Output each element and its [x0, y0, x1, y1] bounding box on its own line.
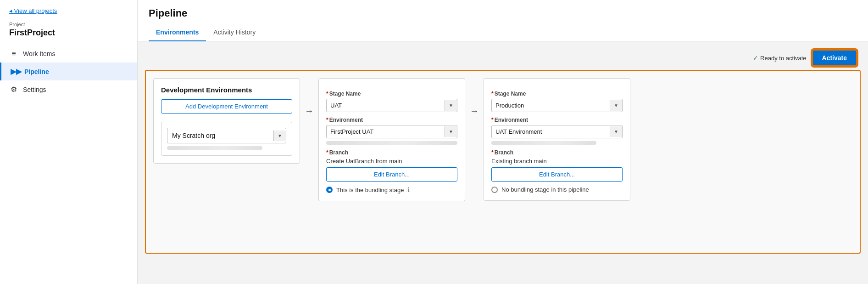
prod-branch-label: *Branch [491, 149, 623, 156]
pipeline-icon: ▶▶ [11, 67, 20, 76]
project-label: Project [0, 18, 137, 28]
sidebar-item-label-settings: Settings [23, 86, 46, 93]
page-title: Pipeline [149, 7, 857, 19]
scratch-org-card: My Scratch org ▼ [161, 122, 292, 156]
uat-env-arrow[interactable]: ▼ [445, 126, 457, 137]
prod-stage-name-value: Production [492, 99, 610, 112]
sidebar-item-settings[interactable]: ⚙ Settings [0, 80, 137, 98]
uat-env-label: *Environment [326, 117, 457, 123]
add-dev-env-button[interactable]: Add Development Environment [161, 99, 292, 114]
prod-branch-text: Existing branch main [491, 158, 623, 165]
scratch-org-blurred-bar [167, 146, 262, 150]
ready-status: ✓ Ready to activate [753, 54, 806, 62]
pipeline-canvas: Development Environments Add Development… [145, 70, 861, 254]
uat-branch-label: *Branch [326, 149, 457, 156]
uat-stage-name-dropdown[interactable]: UAT ▼ [326, 99, 457, 112]
scratch-org-dropdown[interactable]: My Scratch org ▼ [167, 128, 286, 143]
uat-branch-text: Create UatBranch from main [326, 158, 457, 165]
uat-env-blurred-bar [326, 141, 457, 145]
uat-stage-name-value: UAT [327, 99, 445, 112]
tab-activity-history[interactable]: Activity History [206, 25, 263, 41]
settings-icon: ⚙ [9, 85, 18, 94]
prod-env-arrow[interactable]: ▼ [610, 126, 622, 137]
activate-bar: ✓ Ready to activate Activate [145, 47, 861, 70]
uat-bundling-row: This is the bundling stage ℹ [326, 186, 457, 193]
ready-label: Ready to activate [760, 55, 806, 62]
prod-stage-name-dropdown[interactable]: Production ▼ [491, 99, 623, 112]
tab-environments[interactable]: Environments [149, 25, 206, 41]
sidebar-item-pipeline[interactable]: ▶▶ Pipeline [0, 62, 137, 80]
prod-edit-branch-button[interactable]: Edit Branch... [491, 167, 623, 182]
sidebar-item-work-items[interactable]: ≡ Work Items [0, 45, 137, 62]
uat-stage-name-label: *Stage Name [326, 91, 457, 97]
prod-no-bundling-radio[interactable] [491, 187, 498, 193]
sidebar: ◂ View all projects Project FirstProject… [0, 0, 138, 284]
sidebar-item-label-work-items: Work Items [23, 50, 56, 57]
sidebar-item-label-pipeline: Pipeline [24, 68, 49, 75]
project-name: FirstProject [0, 28, 137, 45]
uat-edit-branch-button[interactable]: Edit Branch... [326, 167, 457, 182]
activate-button[interactable]: Activate [812, 50, 857, 66]
uat-stage-arrow[interactable]: ▼ [445, 100, 457, 111]
prod-stage-name-label: *Stage Name [491, 91, 623, 97]
main-header: Pipeline Environments Activity History [138, 0, 868, 41]
uat-env-value: FirstProject UAT [327, 125, 445, 138]
prod-no-bundling-label: No bundling stage in this pipeline [501, 186, 589, 193]
uat-env-dropdown[interactable]: FirstProject UAT ▼ [326, 125, 457, 138]
prod-env-blurred-bar [491, 141, 596, 145]
prod-env-value: UAT Environment [492, 125, 610, 138]
uat-bundling-label: This is the bundling stage [336, 187, 404, 193]
arrow-1: → [300, 78, 318, 116]
dev-env-card: Development Environments Add Development… [153, 78, 300, 164]
production-stage-card: *Stage Name Production ▼ *Environment UA… [484, 78, 630, 201]
arrow-2: → [465, 78, 484, 116]
back-link[interactable]: ◂ View all projects [0, 0, 137, 18]
scratch-org-arrow[interactable]: ▼ [273, 131, 286, 141]
content-area: ✓ Ready to activate Activate Development… [138, 41, 868, 284]
bundling-info-icon[interactable]: ℹ [407, 186, 410, 193]
prod-no-bundling-row: No bundling stage in this pipeline [491, 186, 623, 193]
tab-bar: Environments Activity History [149, 25, 857, 41]
work-items-icon: ≡ [9, 50, 18, 58]
checkmark-icon: ✓ [753, 54, 758, 62]
scratch-org-value: My Scratch org [167, 128, 273, 143]
prod-env-dropdown[interactable]: UAT Environment ▼ [491, 125, 623, 138]
uat-bundling-radio[interactable] [326, 187, 333, 193]
uat-stage-card: *Stage Name UAT ▼ *Environment FirstProj… [318, 78, 465, 201]
prod-stage-arrow[interactable]: ▼ [610, 100, 622, 111]
main-content: Pipeline Environments Activity History ✓… [138, 0, 868, 284]
dev-env-title: Development Environments [161, 86, 292, 94]
prod-env-label: *Environment [491, 117, 623, 123]
